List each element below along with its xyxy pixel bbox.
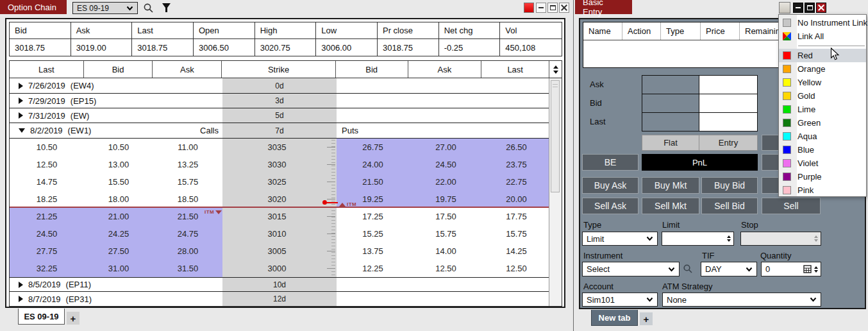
spin-down-icon[interactable] xyxy=(814,270,818,273)
atm-strategy-select[interactable]: None xyxy=(662,293,821,307)
call-bid[interactable]: 24.25 xyxy=(84,225,153,242)
expiry-group-row[interactable]: 7/31/2019(EW) 5d xyxy=(10,108,562,123)
call-bid[interactable]: 27.50 xyxy=(84,242,153,260)
buy-mkt-button[interactable]: Buy Mkt xyxy=(642,177,699,194)
strike-row[interactable]: 18.25 18.00 18.50 3020 19.25 19.75 20.00 xyxy=(10,191,562,208)
sell-mkt-button[interactable]: Sell Mkt xyxy=(642,198,699,214)
call-last[interactable]: 21.25 xyxy=(10,208,84,225)
account-select[interactable]: Sim101 xyxy=(582,293,658,307)
calculator-icon[interactable] xyxy=(803,265,812,273)
quantity-input[interactable]: 0 xyxy=(761,262,821,276)
down-arrow-icon[interactable] xyxy=(553,71,558,74)
call-ask[interactable]: 28.00 xyxy=(153,242,222,260)
put-last[interactable]: 26.50 xyxy=(483,139,550,156)
expand-right-icon[interactable] xyxy=(19,98,23,104)
strike-row[interactable]: 24.50 24.25 24.75 3010 15.25 15.75 15.75 xyxy=(10,225,562,242)
put-ask[interactable]: 22.00 xyxy=(409,173,483,191)
add-tab-button[interactable]: + xyxy=(67,312,79,325)
minimize-button[interactable] xyxy=(793,3,803,13)
close-button[interactable] xyxy=(559,3,569,13)
call-ask[interactable]: 24.75 xyxy=(153,225,222,242)
instrument-link-button[interactable] xyxy=(779,2,790,13)
call-bid[interactable]: 31.00 xyxy=(84,260,153,277)
maximize-button[interactable] xyxy=(547,3,558,13)
call-bid[interactable]: 21.00 xyxy=(84,208,153,225)
sell-ask-button[interactable]: Sell Ask xyxy=(582,198,638,214)
menu-item-no-instrument-link[interactable]: No Instrument Link xyxy=(779,16,866,30)
buy-bid-button[interactable]: Buy Bid xyxy=(701,177,758,194)
expiry-group-row-expanded[interactable]: 8/2/2019 (EW1) Calls 7d Puts xyxy=(10,123,562,139)
menu-item-gold[interactable]: Gold xyxy=(779,89,866,103)
expand-down-icon[interactable] xyxy=(19,128,25,133)
instrument-search-icon[interactable] xyxy=(682,263,694,275)
put-last[interactable]: 20.00 xyxy=(483,191,550,208)
call-last[interactable]: 14.75 xyxy=(10,173,84,191)
call-bid[interactable]: 10.50 xyxy=(84,139,153,156)
order-type-select[interactable]: Limit xyxy=(582,232,658,246)
be-button[interactable]: BE xyxy=(582,154,638,171)
put-bid[interactable]: 24.00 xyxy=(337,156,409,173)
instrument-select[interactable]: Select xyxy=(582,262,680,276)
row-height-stepper[interactable] xyxy=(549,61,562,78)
menu-item-blue[interactable]: Blue xyxy=(779,143,866,157)
expiry-group-row[interactable]: 8/7/2019(EP31) 12d xyxy=(10,292,562,307)
strike-row[interactable]: 21.25 21.00 21.50 3015 17.25 17.50 17.75 xyxy=(10,208,562,225)
option-chain-title-tab[interactable]: Option Chain xyxy=(0,0,67,14)
call-last[interactable]: 18.25 xyxy=(10,191,84,208)
put-last[interactable]: 12.50 xyxy=(483,260,550,277)
limit-price-input[interactable] xyxy=(662,232,734,246)
menu-item-orange[interactable]: Orange xyxy=(779,62,866,76)
put-bid[interactable]: 21.50 xyxy=(337,173,409,191)
expand-right-icon[interactable] xyxy=(19,83,23,89)
put-bid[interactable]: 26.75 xyxy=(337,139,409,156)
strike-row[interactable]: 14.75 15.50 15.75 3025 21.50 22.00 22.75 xyxy=(10,173,562,191)
instrument-link-button[interactable] xyxy=(524,3,534,13)
put-ask[interactable]: 12.50 xyxy=(409,260,483,277)
vertical-scrollbar[interactable] xyxy=(549,78,562,306)
menu-item-green[interactable]: Green xyxy=(779,116,866,130)
put-last[interactable]: 23.75 xyxy=(483,156,550,173)
close-button[interactable] xyxy=(816,3,826,13)
entry-button[interactable]: Entry xyxy=(699,135,758,151)
call-bid[interactable]: 15.50 xyxy=(84,173,153,191)
call-ask[interactable]: 15.75 xyxy=(153,173,222,191)
spin-up-icon[interactable] xyxy=(727,235,731,238)
scrollbar-thumb[interactable] xyxy=(551,80,560,192)
maximize-button[interactable] xyxy=(805,3,815,13)
put-bid[interactable]: 13.75 xyxy=(337,242,409,260)
expand-right-icon[interactable] xyxy=(19,112,23,119)
strike-row[interactable]: 32.25 31.00 31.50 3000 12.25 12.50 12.50 xyxy=(10,260,562,277)
call-last[interactable]: 32.25 xyxy=(10,260,84,277)
strike-row[interactable]: 12.50 13.00 13.25 3030 24.00 24.50 23.75 xyxy=(10,156,562,173)
tif-select[interactable]: DAY xyxy=(701,262,757,276)
call-last[interactable]: 10.50 xyxy=(10,139,84,156)
flat-button[interactable]: Flat xyxy=(642,135,699,151)
menu-item-purple[interactable]: Purple xyxy=(779,170,866,183)
put-last[interactable]: 15.75 xyxy=(483,225,550,242)
tab-new-tab[interactable]: New tab xyxy=(591,310,638,326)
call-ask[interactable]: 18.50 xyxy=(153,191,222,208)
sell-bid-button[interactable]: Sell Bid xyxy=(701,198,758,214)
spin-up-icon[interactable] xyxy=(814,266,818,269)
put-ask[interactable]: 24.50 xyxy=(409,156,483,173)
put-bid[interactable]: 12.25 xyxy=(337,260,409,277)
minimize-button[interactable] xyxy=(536,3,546,13)
menu-item-aqua[interactable]: Aqua xyxy=(779,130,866,143)
search-icon[interactable] xyxy=(142,2,154,13)
menu-item-pink[interactable]: Pink xyxy=(779,183,866,197)
put-last[interactable]: 17.75 xyxy=(483,208,550,225)
call-ask[interactable]: 11.00 xyxy=(153,139,222,156)
call-last[interactable]: 12.50 xyxy=(10,156,84,173)
put-last[interactable]: 14.25 xyxy=(483,242,550,260)
spin-down-icon[interactable] xyxy=(727,239,731,242)
add-tab-button[interactable]: + xyxy=(640,312,653,325)
instrument-selector[interactable]: ES 09-19 xyxy=(72,2,138,14)
menu-item-link-all[interactable]: Link All xyxy=(779,30,866,43)
call-bid[interactable]: 13.00 xyxy=(84,156,153,173)
call-ask[interactable]: 31.50 xyxy=(153,260,222,277)
call-last[interactable]: 24.50 xyxy=(10,225,84,242)
expiry-group-row[interactable]: 7/26/2019(EW4) 0d xyxy=(10,78,562,94)
strike-row[interactable]: 27.75 27.50 28.00 3005 13.75 14.00 14.25 xyxy=(10,242,562,260)
put-ask[interactable]: 15.75 xyxy=(409,225,483,242)
expiry-group-row[interactable]: 8/5/2019(EP11) 10d xyxy=(10,277,562,292)
